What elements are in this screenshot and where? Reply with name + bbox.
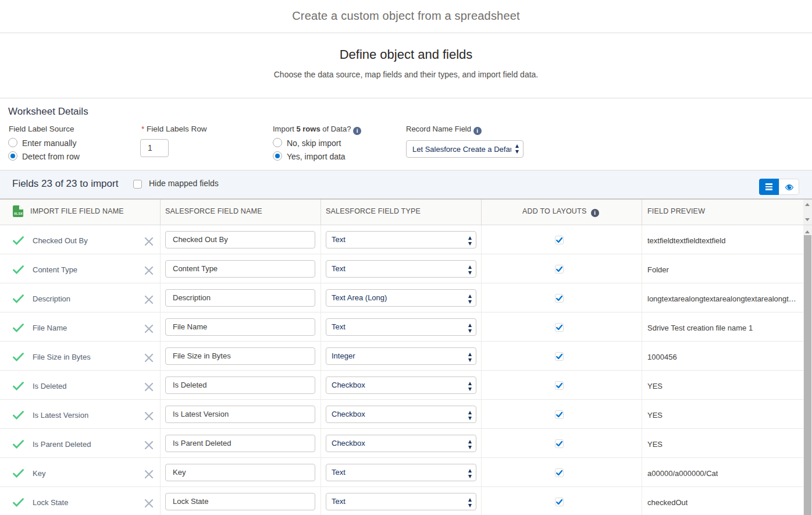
svg-text:XLSX: XLSX [14, 212, 23, 215]
